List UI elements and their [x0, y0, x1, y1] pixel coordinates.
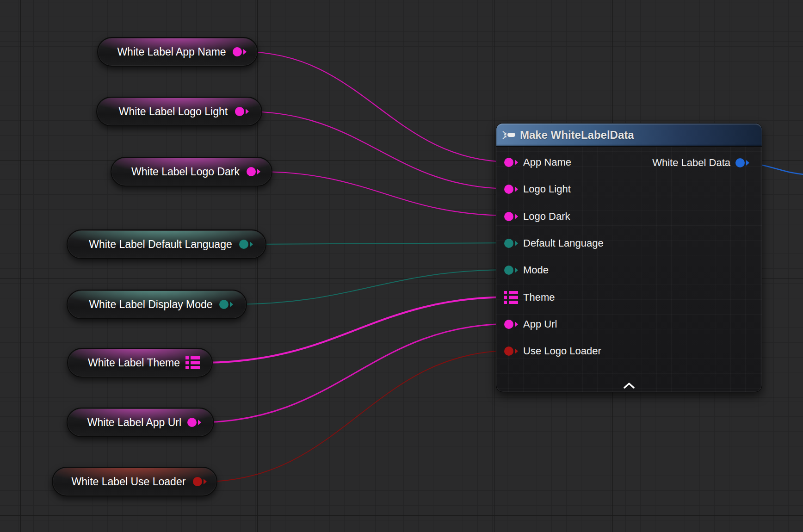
getter-node-label: White Label Logo Light [119, 105, 228, 118]
getter-node-label: White Label Logo Dark [131, 166, 240, 178]
white-label-use-loader-output-pin[interactable] [192, 476, 207, 487]
getter-node-white-label-app-name[interactable]: White Label App Name [97, 37, 258, 67]
input-pin-row-default-language: Default Language [504, 236, 604, 250]
input-pin-label: App Name [523, 156, 571, 168]
getter-node-white-label-default-language[interactable]: White Label Default Language [67, 229, 266, 259]
make-node-header[interactable]: ↘↗Make WhiteLabelData [496, 124, 762, 147]
input-pin-row-app-url: App Url [504, 317, 557, 331]
white-label-default-language-output-pin[interactable] [239, 239, 253, 250]
app-name-input-pin[interactable] [504, 157, 519, 168]
getter-node-label: White Label Default Language [89, 238, 232, 251]
input-pin-row-logo-light: Logo Light [504, 182, 571, 196]
make-whitelabeldata-node[interactable]: ↘↗Make WhiteLabelDataApp NameLogo LightL… [496, 123, 762, 392]
white-label-app-url-output-pin[interactable] [187, 417, 202, 428]
output-pin-row: White Label Data [652, 156, 750, 170]
mode-input-pin[interactable] [504, 265, 519, 276]
white-label-app-name-output-pin[interactable] [232, 46, 247, 57]
getter-node-white-label-use-loader[interactable]: White Label Use Loader [52, 467, 217, 496]
blueprint-graph-canvas[interactable]: White Label App NameWhite Label Logo Lig… [0, 0, 803, 532]
getter-node-label: White Label Theme [88, 357, 180, 369]
theme-input-pin[interactable] [504, 291, 519, 304]
logo-light-input-pin[interactable] [504, 184, 519, 195]
make-node-title: Make WhiteLabelData [520, 129, 634, 142]
getter-node-label: White Label Display Mode [89, 298, 212, 311]
make-struct-icon: ↘↗ [502, 130, 515, 140]
input-pin-label: Mode [523, 264, 549, 276]
getter-node-label: White Label Use Loader [72, 476, 186, 488]
make-struct-icon-pill [507, 133, 515, 137]
logo-dark-input-pin[interactable] [504, 211, 519, 222]
getter-node-white-label-display-mode[interactable]: White Label Display Mode [67, 290, 247, 319]
use-logo-loader-input-pin[interactable] [504, 346, 519, 357]
collapse-pins-chevron[interactable] [623, 383, 635, 389]
input-pin-label: Use Logo Loader [523, 345, 601, 357]
getter-node-label: White Label App Name [117, 46, 226, 58]
input-pin-label: App Url [523, 318, 557, 330]
input-pin-label: Logo Dark [523, 210, 570, 223]
output-pin-label: White Label Data [652, 157, 730, 169]
node-layer: White Label App NameWhite Label Logo Lig… [0, 0, 803, 532]
input-pin-label: Default Language [523, 237, 604, 249]
app-url-input-pin[interactable] [504, 319, 519, 330]
input-pin-row-mode: Mode [504, 263, 549, 277]
input-pin-label: Logo Light [523, 183, 571, 195]
white-label-theme-output-pin[interactable] [185, 356, 200, 369]
white-label-logo-light-output-pin[interactable] [235, 106, 249, 117]
input-pin-row-use-logo-loader: Use Logo Loader [504, 344, 601, 358]
getter-node-white-label-app-url[interactable]: White Label App Url [67, 408, 214, 437]
input-pin-row-logo-dark: Logo Dark [504, 210, 570, 223]
white-label-data-output-pin[interactable] [735, 157, 750, 168]
input-pin-label: Theme [523, 291, 555, 303]
white-label-display-mode-output-pin[interactable] [219, 299, 234, 310]
make-struct-icon-arrows: ↘↗ [502, 130, 507, 140]
getter-node-white-label-logo-light[interactable]: White Label Logo Light [96, 97, 262, 126]
default-language-input-pin[interactable] [504, 238, 519, 249]
white-label-logo-dark-output-pin[interactable] [246, 166, 261, 177]
getter-node-white-label-theme[interactable]: White Label Theme [67, 348, 213, 377]
getter-node-white-label-logo-dark[interactable]: White Label Logo Dark [111, 157, 272, 186]
input-pin-row-app-name: App Name [504, 155, 571, 169]
getter-node-label: White Label App Url [87, 416, 181, 429]
input-pin-row-theme: Theme [504, 291, 555, 304]
